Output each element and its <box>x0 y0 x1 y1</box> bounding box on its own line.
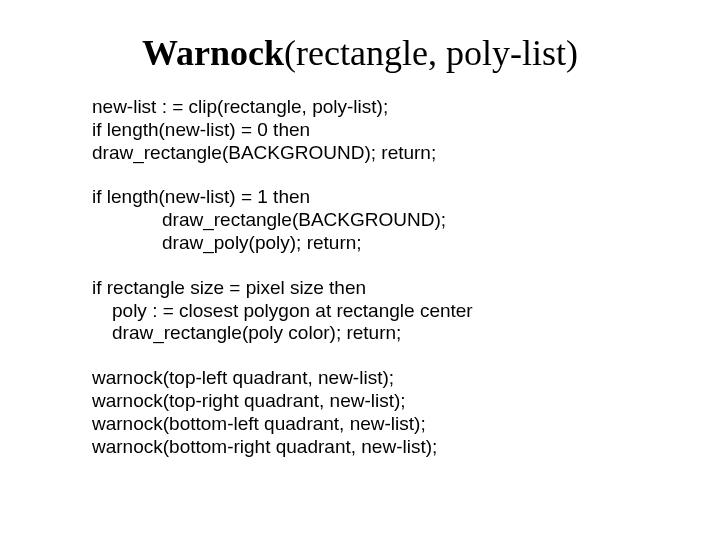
code-line: warnock(bottom-right quadrant, new-list)… <box>92 436 664 459</box>
title-rest: (rectangle, poly-list) <box>284 33 578 73</box>
code-line: draw_rectangle(BACKGROUND); <box>92 209 664 232</box>
code-line: poly : = closest polygon at rectangle ce… <box>92 300 664 323</box>
code-block-2: if length(new-list) = 1 then draw_rectan… <box>92 186 664 254</box>
code-line: new-list : = clip(rectangle, poly-list); <box>92 96 664 119</box>
pseudocode-content: new-list : = clip(rectangle, poly-list);… <box>56 96 664 458</box>
code-line: if length(new-list) = 0 then <box>92 119 664 142</box>
code-block-1: new-list : = clip(rectangle, poly-list);… <box>92 96 664 164</box>
code-line: if rectangle size = pixel size then <box>92 277 664 300</box>
code-line: draw_rectangle(poly color); return; <box>92 322 664 345</box>
code-line: warnock(top-right quadrant, new-list); <box>92 390 664 413</box>
code-line: warnock(top-left quadrant, new-list); <box>92 367 664 390</box>
code-block-3: if rectangle size = pixel size then poly… <box>92 277 664 345</box>
code-line: draw_poly(poly); return; <box>92 232 664 255</box>
code-line: warnock(bottom-left quadrant, new-list); <box>92 413 664 436</box>
slide-title: Warnock(rectangle, poly-list) <box>56 32 664 74</box>
code-line: if length(new-list) = 1 then <box>92 186 664 209</box>
code-block-4: warnock(top-left quadrant, new-list); wa… <box>92 367 664 458</box>
title-bold: Warnock <box>142 33 284 73</box>
code-line: draw_rectangle(BACKGROUND); return; <box>92 142 664 165</box>
